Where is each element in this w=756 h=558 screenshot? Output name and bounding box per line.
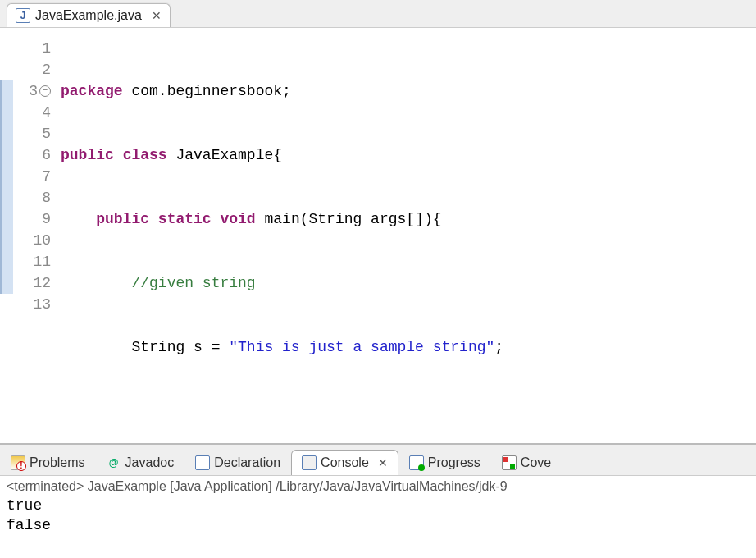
tab-progress[interactable]: Progress — [398, 450, 491, 475]
java-file-icon: J — [16, 8, 30, 23]
annotation-ruler — [0, 38, 13, 443]
close-icon[interactable]: ✕ — [152, 9, 162, 22]
tab-label: Progress — [428, 455, 480, 470]
tab-javadoc[interactable]: @ Javadoc — [96, 450, 185, 475]
close-icon[interactable]: ✕ — [378, 456, 388, 469]
tab-declaration[interactable]: Declaration — [184, 450, 291, 475]
console-header: <terminated> JavaExample [Java Applicati… — [7, 479, 749, 496]
tab-label: Console — [321, 455, 369, 470]
tab-console[interactable]: Console ✕ — [291, 450, 398, 475]
progress-icon — [409, 455, 424, 470]
tab-label: Declaration — [214, 455, 280, 470]
console-view: <terminated> JavaExample [Java Applicati… — [0, 475, 756, 558]
line-number-gutter: 1 2 3− 4 5 6 7 8 9 10 11 12 13 — [13, 38, 56, 443]
tab-label: Cove — [521, 455, 551, 470]
editor-tab-filename: JavaExample.java — [35, 8, 142, 23]
console-output[interactable]: true false — [7, 496, 749, 555]
coverage-icon — [502, 455, 517, 470]
javadoc-icon: @ — [107, 455, 121, 470]
code-editor[interactable]: 1 2 3− 4 5 6 7 8 9 10 11 12 13 package c… — [0, 28, 756, 443]
bottom-tab-bar: Problems @ Javadoc Declaration Console ✕… — [0, 443, 756, 475]
fold-icon[interactable]: − — [39, 85, 51, 97]
console-icon — [302, 455, 317, 470]
problems-icon — [11, 455, 25, 470]
code-content[interactable]: package com.beginnersbook; public class … — [56, 38, 610, 443]
tab-problems[interactable]: Problems — [0, 450, 96, 475]
declaration-icon — [195, 455, 210, 470]
editor-tab-javaexample[interactable]: J JavaExample.java ✕ — [7, 3, 171, 27]
tab-label: Javadoc — [125, 455, 175, 470]
tab-label: Problems — [30, 455, 85, 470]
editor-tab-bar: J JavaExample.java ✕ — [0, 0, 756, 28]
console-cursor — [7, 537, 7, 553]
tab-coverage[interactable]: Cove — [491, 450, 562, 475]
